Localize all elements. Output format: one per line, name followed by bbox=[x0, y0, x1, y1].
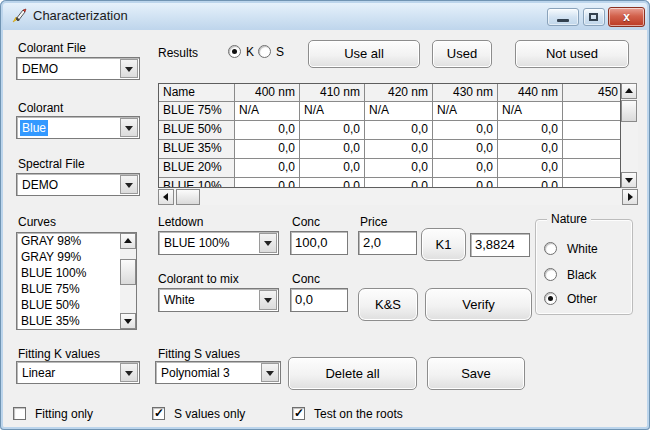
chevron-down-icon[interactable] bbox=[120, 59, 138, 78]
characterization-window: Characterization x Colorant File DEMO Co… bbox=[0, 0, 650, 430]
list-item[interactable]: GRAY 99% bbox=[17, 249, 136, 265]
letdown-value: BLUE 100% bbox=[162, 235, 231, 251]
curves-listbox[interactable]: GRAY 98% GRAY 99% BLUE 100% BLUE 75% BLU… bbox=[16, 232, 137, 330]
column-header[interactable]: Name bbox=[159, 84, 235, 102]
radio-white-label: White bbox=[567, 242, 598, 256]
radio-other[interactable] bbox=[544, 292, 557, 305]
letdown-conc-input[interactable]: 100,0 bbox=[290, 231, 348, 255]
chevron-down-icon[interactable] bbox=[120, 118, 138, 137]
radio-white[interactable] bbox=[544, 242, 557, 255]
table-row[interactable]: BLUE 75% N/A N/A N/A N/A N/A bbox=[159, 102, 620, 121]
curves-scrollbar[interactable] bbox=[120, 233, 136, 329]
list-item[interactable]: BLUE 35% bbox=[17, 313, 136, 329]
fitting-s-select[interactable]: Polynomial 3 bbox=[155, 361, 281, 384]
table-header-row: Name 400 nm 410 nm 420 nm 430 nm 440 nm … bbox=[159, 84, 620, 102]
colorant-select[interactable]: Blue bbox=[16, 116, 140, 139]
table-row[interactable]: BLUE 35% 0,0 0,0 0,0 0,0 0,0 bbox=[159, 140, 620, 159]
radio-s[interactable] bbox=[258, 45, 271, 58]
rocket-icon bbox=[11, 8, 27, 24]
restore-button[interactable] bbox=[583, 8, 605, 26]
scroll-left-icon[interactable] bbox=[158, 189, 174, 205]
test-on-roots-checkbox[interactable] bbox=[292, 407, 305, 420]
column-header[interactable]: 430 nm bbox=[433, 84, 498, 102]
column-header[interactable]: 420 nm bbox=[365, 84, 433, 102]
list-item[interactable]: BLUE 100% bbox=[17, 265, 136, 281]
colorant-to-mix-select[interactable]: White bbox=[158, 288, 279, 312]
minimize-icon bbox=[557, 19, 569, 22]
scrollbar-thumb[interactable] bbox=[621, 100, 637, 122]
letdown-select[interactable]: BLUE 100% bbox=[158, 231, 279, 255]
fitting-only-checkbox[interactable] bbox=[13, 407, 26, 420]
k1-button[interactable]: K1 bbox=[421, 228, 466, 261]
column-header[interactable]: 440 nm bbox=[498, 84, 563, 102]
chevron-down-icon[interactable] bbox=[120, 363, 138, 382]
use-all-button[interactable]: Use all bbox=[308, 40, 420, 68]
title-bar[interactable]: Characterization x bbox=[1, 1, 649, 30]
mix-conc-label: Conc bbox=[292, 272, 320, 286]
s-values-only-label: S values only bbox=[174, 407, 245, 421]
not-used-button[interactable]: Not used bbox=[515, 40, 629, 68]
mix-conc-input[interactable]: 0,0 bbox=[290, 288, 348, 312]
close-button[interactable]: x bbox=[608, 7, 645, 27]
scroll-up-icon[interactable] bbox=[120, 233, 136, 249]
fitting-s-label: Fitting S values bbox=[158, 347, 240, 361]
radio-s-label: S bbox=[276, 45, 284, 59]
price-input[interactable]: 2,0 bbox=[358, 231, 417, 255]
close-icon: x bbox=[609, 8, 644, 26]
colorant-file-label: Colorant File bbox=[18, 41, 86, 55]
chevron-down-icon[interactable] bbox=[259, 290, 277, 310]
table-hscrollbar[interactable] bbox=[158, 189, 638, 205]
fitting-only-label: Fitting only bbox=[35, 407, 93, 421]
restore-icon bbox=[589, 13, 598, 21]
used-button[interactable]: Used bbox=[432, 40, 492, 68]
chevron-down-icon[interactable] bbox=[259, 233, 277, 253]
fitting-k-select[interactable]: Linear bbox=[16, 361, 140, 384]
letdown-conc-label: Conc bbox=[292, 215, 320, 229]
minimize-button[interactable] bbox=[547, 8, 579, 26]
colorant-value: Blue bbox=[20, 120, 48, 136]
save-button[interactable]: Save bbox=[427, 357, 525, 390]
radio-k-label: K bbox=[246, 45, 254, 59]
fitting-k-value: Linear bbox=[20, 365, 57, 381]
column-header[interactable]: 400 nm bbox=[235, 84, 300, 102]
ks-button[interactable]: K&S bbox=[358, 288, 418, 321]
column-header[interactable]: 450 bbox=[563, 84, 621, 102]
verify-button[interactable]: Verify bbox=[425, 288, 532, 321]
delete-all-button[interactable]: Delete all bbox=[288, 357, 417, 390]
column-header[interactable]: 410 nm bbox=[300, 84, 365, 102]
price-label: Price bbox=[360, 215, 387, 229]
spectral-file-label: Spectral File bbox=[18, 157, 85, 171]
chevron-down-icon[interactable] bbox=[120, 175, 138, 194]
spectral-file-select[interactable]: DEMO bbox=[16, 173, 140, 196]
k1-value-input[interactable]: 3,8824 bbox=[470, 233, 530, 257]
colorant-label: Colorant bbox=[18, 101, 63, 115]
scroll-right-icon[interactable] bbox=[622, 189, 638, 205]
fitting-k-label: Fitting K values bbox=[18, 347, 100, 361]
table-row[interactable]: BLUE 50% 0,0 0,0 0,0 0,0 0,0 bbox=[159, 121, 620, 140]
chevron-down-icon[interactable] bbox=[261, 363, 279, 382]
s-values-only-checkbox[interactable] bbox=[152, 407, 165, 420]
radio-k[interactable] bbox=[228, 45, 241, 58]
nature-groupbox: Nature White Black Other bbox=[535, 219, 633, 315]
table-vscrollbar[interactable] bbox=[621, 83, 638, 188]
scrollbar-thumb[interactable] bbox=[120, 259, 136, 285]
list-item[interactable]: BLUE 50% bbox=[17, 297, 136, 313]
list-item[interactable]: BLUE 75% bbox=[17, 281, 136, 297]
spectral-file-value: DEMO bbox=[20, 177, 60, 193]
fitting-s-value: Polynomial 3 bbox=[159, 365, 232, 381]
colorant-file-select[interactable]: DEMO bbox=[16, 57, 140, 80]
results-table[interactable]: Name 400 nm 410 nm 420 nm 430 nm 440 nm … bbox=[158, 83, 621, 188]
test-on-roots-label: Test on the roots bbox=[314, 407, 403, 421]
table-row[interactable]: BLUE 20% 0,0 0,0 0,0 0,0 0,0 bbox=[159, 159, 620, 178]
table-row[interactable]: BLUE 10% 0,0 0,0 0,0 0,0 0,0 bbox=[159, 178, 620, 188]
scroll-up-icon[interactable] bbox=[621, 83, 637, 99]
scrollbar-thumb[interactable] bbox=[176, 189, 200, 205]
scroll-down-icon[interactable] bbox=[621, 172, 637, 188]
curves-label: Curves bbox=[18, 215, 56, 229]
colorant-file-value: DEMO bbox=[20, 61, 60, 77]
radio-other-label: Other bbox=[567, 292, 597, 306]
list-item[interactable]: GRAY 98% bbox=[17, 233, 136, 249]
scroll-down-icon[interactable] bbox=[120, 313, 136, 329]
radio-black[interactable] bbox=[544, 268, 557, 281]
colorant-to-mix-value: White bbox=[162, 292, 197, 308]
